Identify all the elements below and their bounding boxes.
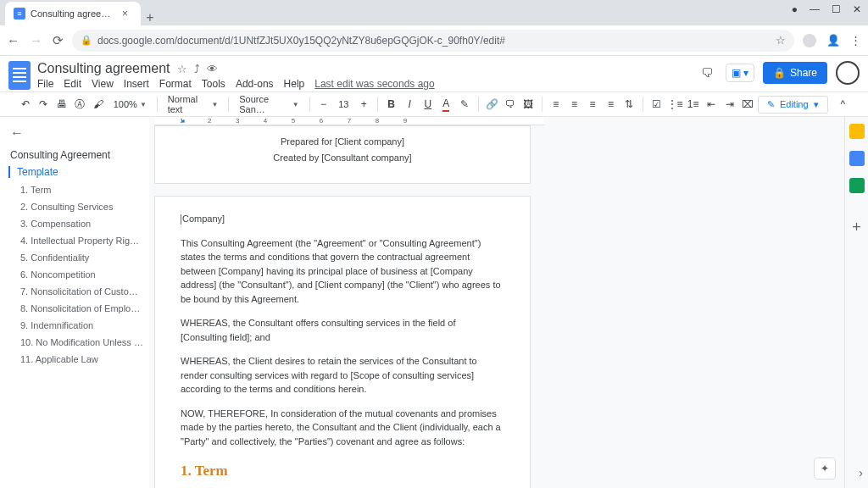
- browser-tab[interactable]: ≡ Consulting agreement - Google ×: [5, 2, 141, 25]
- highlight-icon[interactable]: ✎: [456, 95, 473, 114]
- pencil-icon: ✎: [767, 99, 775, 110]
- spellcheck-icon[interactable]: Ⓐ: [72, 95, 89, 114]
- lock-icon: 🔒: [81, 35, 92, 46]
- reload-icon[interactable]: ⟳: [53, 33, 64, 48]
- url-text: docs.google.com/document/d/1UNtfZJt5UX0y…: [97, 35, 771, 47]
- outline-item[interactable]: 9. Indemnification: [20, 320, 144, 330]
- page-2[interactable]: Company] This Consulting Agreement (the …: [154, 196, 531, 488]
- explore-button[interactable]: ✦: [814, 458, 836, 480]
- comment-history-icon[interactable]: 🗨: [697, 63, 717, 83]
- bookmark-star-icon[interactable]: ☆: [776, 34, 786, 47]
- text-color-icon[interactable]: A: [438, 95, 455, 114]
- address-bar[interactable]: 🔒 docs.google.com/document/d/1UNtfZJt5UX…: [72, 30, 794, 52]
- menu-file[interactable]: File: [37, 78, 53, 90]
- forward-icon[interactable]: →: [30, 33, 42, 48]
- outline-template[interactable]: Template: [8, 166, 144, 178]
- bold-icon[interactable]: B: [383, 95, 400, 114]
- company-text: Company]: [181, 212, 504, 226]
- menu-help[interactable]: Help: [284, 78, 305, 90]
- redo-icon[interactable]: ↷: [36, 95, 53, 114]
- tasks-icon[interactable]: [849, 178, 865, 193]
- page-1-tail[interactable]: Prepared for [Client company] Created by…: [154, 125, 531, 184]
- outline-item[interactable]: 6. Noncompetition: [20, 269, 144, 280]
- align-right-icon[interactable]: ≡: [584, 95, 601, 114]
- caret-down-icon: ▾: [814, 99, 819, 110]
- star-icon[interactable]: ☆: [177, 63, 187, 75]
- add-addon-icon[interactable]: +: [852, 219, 861, 236]
- align-left-icon[interactable]: ≡: [548, 95, 565, 114]
- see-status-icon[interactable]: 👁: [207, 63, 218, 75]
- outline-item[interactable]: 3. Compensation: [20, 219, 144, 229]
- underline-icon[interactable]: U: [420, 95, 437, 114]
- meet-button[interactable]: ▣▾: [726, 64, 754, 82]
- docs-logo[interactable]: [8, 61, 31, 90]
- undo-icon[interactable]: ↶: [17, 95, 34, 114]
- numbered-list-icon[interactable]: 1≡: [685, 95, 702, 114]
- paint-format-icon[interactable]: 🖌: [90, 95, 107, 114]
- font-dropdown[interactable]: Source San…▼: [234, 94, 304, 114]
- editing-mode-dropdown[interactable]: ✎ Editing ▾: [758, 96, 828, 114]
- outline-item[interactable]: 2. Consulting Services: [20, 202, 144, 212]
- menu-format[interactable]: Format: [159, 78, 192, 90]
- document-title[interactable]: Consulting agreement: [37, 61, 170, 76]
- hide-menus-icon[interactable]: ^: [835, 95, 852, 114]
- extension-icon-1[interactable]: [803, 34, 816, 47]
- calendar-icon[interactable]: [849, 124, 865, 139]
- hide-side-panel-icon[interactable]: ›: [859, 466, 863, 480]
- print-icon[interactable]: 🖶: [53, 95, 70, 114]
- paragraph-style-dropdown[interactable]: Normal text▼: [163, 94, 224, 114]
- outline-item[interactable]: 1. Term: [20, 185, 144, 195]
- font-size-increase-icon[interactable]: +: [355, 95, 372, 114]
- font-size-decrease-icon[interactable]: −: [315, 95, 332, 114]
- menu-insert[interactable]: Insert: [124, 78, 149, 90]
- checklist-icon[interactable]: ☑: [648, 95, 665, 114]
- outline-item[interactable]: 7. Nonsolicitation of Customers: [20, 286, 144, 297]
- profile-icon[interactable]: 👤: [826, 34, 840, 47]
- outline-back-icon[interactable]: ←: [10, 125, 24, 141]
- zoom-dropdown[interactable]: 100%▼: [108, 99, 152, 109]
- tab-title: Consulting agreement - Google: [31, 8, 117, 19]
- outline-doc-title[interactable]: Consulting Agreement: [10, 149, 144, 161]
- increase-indent-icon[interactable]: ⇥: [721, 95, 738, 114]
- account-avatar[interactable]: [836, 61, 860, 85]
- insert-link-icon[interactable]: 🔗: [484, 95, 501, 114]
- menu-tools[interactable]: Tools: [202, 78, 225, 90]
- insert-comment-icon[interactable]: 🗨: [502, 95, 519, 114]
- menu-icon[interactable]: ⋮: [850, 34, 861, 47]
- last-edit-link[interactable]: Last edit was seconds ago: [314, 78, 434, 90]
- new-tab-button[interactable]: +: [141, 10, 159, 25]
- decrease-indent-icon[interactable]: ⇤: [703, 95, 720, 114]
- now-therefore: NOW, THEREFORE, In consideration of the …: [181, 407, 504, 449]
- outline-item[interactable]: 5. Confidentiality: [20, 252, 144, 263]
- outline-item[interactable]: 10. No Modification Unless in W…: [20, 337, 144, 347]
- back-icon[interactable]: ←: [7, 33, 19, 48]
- record-icon[interactable]: ●: [792, 3, 798, 15]
- line-spacing-icon[interactable]: ⇅: [620, 95, 637, 114]
- insert-image-icon[interactable]: 🖼: [520, 95, 537, 114]
- menu-edit[interactable]: Edit: [64, 78, 81, 90]
- menu-addons[interactable]: Add-ons: [236, 78, 274, 90]
- share-button[interactable]: 🔒Share: [763, 62, 827, 84]
- tab-close-icon[interactable]: ×: [122, 8, 132, 19]
- outline-pane: ← Consulting Agreement Template 1. Term …: [0, 117, 149, 488]
- minimize-icon[interactable]: —: [810, 3, 820, 15]
- outline-item[interactable]: 8. Nonsolicitation of Employees: [20, 303, 144, 313]
- lock-share-icon: 🔒: [773, 67, 786, 79]
- move-icon[interactable]: ⤴: [194, 63, 200, 75]
- outline-item[interactable]: 11. Applicable Law: [20, 354, 144, 364]
- align-center-icon[interactable]: ≡: [566, 95, 583, 114]
- document-canvas[interactable]: 123456789 Prepared for [Client company] …: [149, 117, 844, 488]
- horizontal-ruler[interactable]: 123456789: [154, 117, 544, 125]
- keep-icon[interactable]: [849, 151, 865, 166]
- maximize-icon[interactable]: ☐: [832, 3, 841, 15]
- menu-view[interactable]: View: [92, 78, 114, 90]
- bulleted-list-icon[interactable]: ⋮≡: [666, 95, 683, 114]
- close-window-icon[interactable]: ✕: [853, 3, 861, 15]
- outline-item[interactable]: 4. Intellectual Property Rights in…: [20, 236, 144, 246]
- font-size-input[interactable]: 13: [333, 99, 353, 109]
- italic-icon[interactable]: I: [401, 95, 418, 114]
- share-label: Share: [790, 67, 817, 79]
- prepared-for-text: Prepared for [Client company]: [181, 135, 504, 149]
- clear-formatting-icon[interactable]: ⌧: [739, 95, 756, 114]
- align-justify-icon[interactable]: ≡: [603, 95, 620, 114]
